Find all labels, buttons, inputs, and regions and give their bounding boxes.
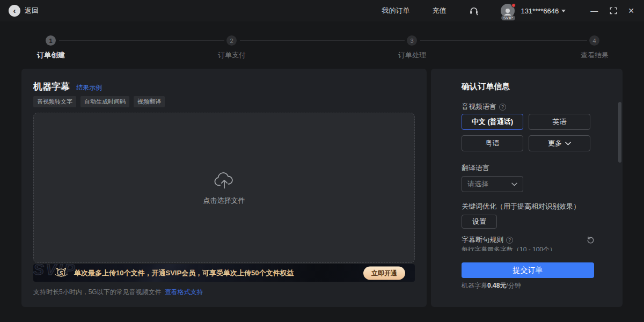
banner-sheen	[92, 264, 243, 282]
info-icon[interactable]: ?	[506, 237, 513, 244]
upload-footer-note: 支持时长5小时内，5G以下的常见音视频文件查看格式支持	[33, 288, 203, 297]
reset-icon	[587, 236, 595, 244]
language-option-english[interactable]: 英语	[529, 114, 590, 130]
subtitle-rules-row: 字幕断句规则 ?	[462, 235, 595, 245]
order-steps: 1 2 3 4 订单创建 订单支付 订单处理 查看结果	[0, 35, 644, 59]
step-connector	[240, 40, 405, 41]
result-example-link[interactable]: 结果示例	[76, 83, 102, 92]
info-icon[interactable]: ?	[499, 104, 506, 111]
open-svip-button[interactable]: 立即开通	[363, 266, 405, 280]
svip-banner: SVIP S 单次最多上传10个文件，开通SVIP会员，可享受单次上传50个文件…	[33, 264, 415, 282]
translate-language-select[interactable]: 请选择	[462, 176, 523, 192]
back-button[interactable]: ‹ 返回	[9, 5, 39, 17]
step-2-circle: 2	[226, 35, 237, 46]
nav-my-orders[interactable]: 我的订单	[382, 6, 409, 16]
translate-language-label: 翻译语言	[462, 163, 489, 173]
notification-dot	[511, 3, 516, 8]
support-headset-icon[interactable]	[469, 5, 479, 16]
svip-cat-icon: S	[54, 267, 69, 280]
fullscreen-icon	[610, 7, 617, 14]
file-dropzone[interactable]: 点击选择文件	[33, 113, 415, 263]
step-4-label: 查看结果	[562, 50, 627, 60]
step-1-label: 订单创建	[19, 50, 83, 60]
upload-cloud-icon	[213, 170, 236, 189]
back-chevron-icon: ‹	[9, 5, 20, 17]
subtitle-rules-label: 字幕断句规则	[462, 235, 503, 245]
step-connector	[59, 40, 224, 41]
svip-badge: SVIP	[501, 16, 515, 20]
av-language-label-row: 音视频语言 ?	[462, 102, 506, 112]
order-confirm-panel: 确认订单信息 音视频语言 ? 中文 (普通话) 英语 粤语 更多 翻译语言 请选…	[431, 69, 623, 307]
feature-tag: 音视频转文字	[33, 96, 76, 107]
back-label: 返回	[25, 6, 39, 16]
chevron-down-icon	[565, 142, 571, 145]
av-language-label: 音视频语言	[462, 102, 496, 112]
chevron-down-icon	[511, 182, 517, 186]
right-panel-scrollbar[interactable]	[618, 102, 621, 163]
step-4-circle: 4	[589, 35, 599, 46]
user-avatar[interactable]: SVIP	[501, 4, 515, 18]
feature-tag: 视频翻译	[134, 96, 165, 107]
feature-tag: 自动生成时间码	[80, 96, 129, 107]
username[interactable]: 131****6646	[521, 7, 559, 15]
language-option-more[interactable]: 更多	[529, 135, 590, 151]
subtitle-rules-label-row: 字幕断句规则 ?	[462, 235, 513, 245]
nav-recharge[interactable]: 充值	[432, 6, 446, 16]
fullscreen-button[interactable]	[610, 7, 617, 14]
price-note: 机器字幕0.48元/分钟	[462, 281, 521, 290]
close-button[interactable]: ✕	[628, 6, 634, 15]
minimize-button[interactable]: —	[590, 6, 598, 15]
format-support-link[interactable]: 查看格式支持	[165, 288, 203, 296]
keyword-settings-button[interactable]: 设置	[462, 215, 497, 229]
reset-rules-button[interactable]	[587, 236, 595, 244]
subtitle-rule-setting-clipped: 每行字幕最多字数（10 - 100个）	[462, 246, 601, 251]
price-prefix: 机器字幕	[462, 282, 487, 289]
upload-hint: 点击选择文件	[203, 196, 245, 206]
step-2-label: 订单支付	[200, 50, 264, 60]
price-suffix: /分钟	[506, 282, 521, 289]
submit-order-button[interactable]: 提交订单	[462, 262, 594, 278]
more-label: 更多	[548, 138, 562, 148]
step-3-label: 订单处理	[380, 50, 444, 60]
step-1-circle: 1	[46, 35, 56, 46]
step-3-circle: 3	[407, 35, 417, 46]
keyword-optimization-label: 关键词优化（用于提高相对识别效果）	[462, 202, 580, 211]
language-option-cantonese[interactable]: 粤语	[462, 135, 523, 151]
supported-formats-note: 支持时长5小时内，5G以下的常见音视频文件	[33, 288, 162, 296]
select-placeholder: 请选择	[467, 179, 511, 189]
price-value: 0.48元	[487, 282, 506, 289]
page-title: 机器字幕	[33, 80, 70, 93]
language-options: 中文 (普通话) 英语 粤语 更多	[462, 114, 590, 151]
svip-icon-letter: S	[60, 270, 63, 276]
confirm-order-title: 确认订单信息	[462, 82, 510, 92]
titlebar: ‹ 返回 我的订单 充值 SVIP 131****6646 — ✕	[0, 0, 644, 21]
language-option-mandarin[interactable]: 中文 (普通话)	[462, 114, 523, 130]
upload-panel: 机器字幕 结果示例 音视频转文字 自动生成时间码 视频翻译 点击选择文件 SVI…	[21, 69, 427, 307]
feature-tags: 音视频转文字 自动生成时间码 视频翻译	[33, 96, 165, 107]
step-connector	[420, 40, 587, 41]
caret-down-icon[interactable]	[561, 10, 566, 12]
